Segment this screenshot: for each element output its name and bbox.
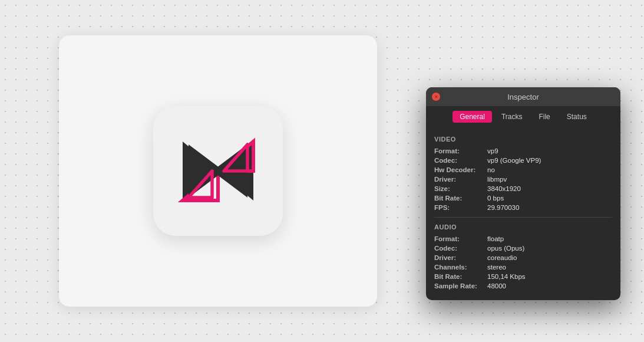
audio-bitrate-row: Bit Rate: 150,14 Kbps bbox=[434, 273, 612, 280]
video-driver-label: Driver: bbox=[434, 176, 487, 183]
app-icon-container bbox=[59, 35, 377, 307]
inspector-content: VIDEO Format: vp9 Codec: vp9 (Google VP9… bbox=[426, 127, 620, 300]
audio-codec-label: Codec: bbox=[434, 245, 487, 252]
audio-driver-value: coreaudio bbox=[487, 254, 517, 261]
close-button[interactable] bbox=[432, 93, 440, 101]
video-bitrate-value: 0 bps bbox=[487, 195, 504, 202]
inspector-title: Inspector bbox=[507, 93, 539, 101]
app-icon-svg bbox=[171, 124, 265, 218]
audio-section-title: AUDIO bbox=[434, 223, 612, 231]
audio-format-row: Format: floatp bbox=[434, 235, 612, 242]
video-bitrate-row: Bit Rate: 0 bps bbox=[434, 195, 612, 202]
video-fps-label: FPS: bbox=[434, 204, 487, 211]
audio-format-value: floatp bbox=[487, 235, 504, 242]
audio-bitrate-label: Bit Rate: bbox=[434, 273, 487, 280]
video-hwdecoder-value: no bbox=[487, 166, 495, 173]
audio-driver-label: Driver: bbox=[434, 254, 487, 261]
video-hwdecoder-label: Hw Decoder: bbox=[434, 166, 487, 173]
audio-codec-row: Codec: opus (Opus) bbox=[434, 245, 612, 252]
video-bitrate-label: Bit Rate: bbox=[434, 195, 487, 202]
audio-samplerate-row: Sample Rate: 48000 bbox=[434, 282, 612, 290]
video-size-row: Size: 3840x1920 bbox=[434, 185, 612, 192]
audio-channels-row: Channels: stereo bbox=[434, 264, 612, 271]
video-fps-row: FPS: 29.970030 bbox=[434, 204, 612, 211]
audio-channels-value: stereo bbox=[487, 264, 506, 271]
audio-channels-label: Channels: bbox=[434, 264, 487, 271]
audio-format-label: Format: bbox=[434, 235, 487, 242]
video-section-title: VIDEO bbox=[434, 136, 612, 143]
audio-samplerate-value: 48000 bbox=[487, 282, 506, 290]
audio-bitrate-value: 150,14 Kbps bbox=[487, 273, 526, 280]
video-format-row: Format: vp9 bbox=[434, 147, 612, 154]
app-icon bbox=[153, 106, 283, 236]
audio-codec-value: opus (Opus) bbox=[487, 245, 524, 252]
video-codec-value: vp9 (Google VP9) bbox=[487, 157, 541, 164]
inspector-window: Inspector General Tracks File Status VID… bbox=[426, 87, 620, 300]
video-format-label: Format: bbox=[434, 147, 487, 154]
section-divider bbox=[434, 217, 612, 218]
video-size-label: Size: bbox=[434, 185, 487, 192]
video-size-value: 3840x1920 bbox=[487, 185, 521, 192]
inspector-titlebar: Inspector bbox=[426, 87, 620, 106]
video-driver-row: Driver: libmpv bbox=[434, 176, 612, 183]
video-hwdecoder-row: Hw Decoder: no bbox=[434, 166, 612, 173]
tab-status[interactable]: Status bbox=[560, 111, 594, 123]
tab-general[interactable]: General bbox=[453, 111, 492, 123]
video-codec-label: Codec: bbox=[434, 157, 487, 164]
video-format-value: vp9 bbox=[487, 147, 498, 154]
video-driver-value: libmpv bbox=[487, 176, 507, 183]
video-fps-value: 29.970030 bbox=[487, 204, 519, 211]
inspector-tabs: General Tracks File Status bbox=[426, 106, 620, 127]
tab-file[interactable]: File bbox=[531, 111, 557, 123]
audio-driver-row: Driver: coreaudio bbox=[434, 254, 612, 261]
tab-tracks[interactable]: Tracks bbox=[494, 111, 530, 123]
audio-samplerate-label: Sample Rate: bbox=[434, 282, 487, 290]
video-codec-row: Codec: vp9 (Google VP9) bbox=[434, 157, 612, 164]
